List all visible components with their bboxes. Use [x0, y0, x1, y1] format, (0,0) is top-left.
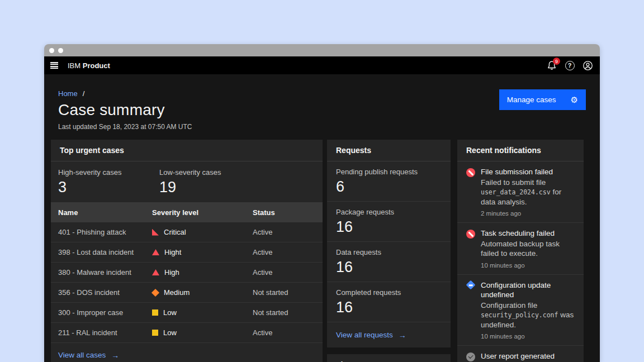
notification-title: User report generated — [481, 351, 575, 361]
notifications-button[interactable]: 9 — [543, 56, 561, 74]
case-name: 398 - Lost data incident — [51, 248, 152, 256]
page-header: Home / Case summary Last updated Sep 18,… — [51, 74, 593, 140]
recent-notifications-tile: Recent notifications File submission fai… — [457, 140, 584, 362]
view-all-requests-label: View all requests — [336, 331, 393, 339]
high-severity-icon — [152, 249, 159, 255]
request-stat: Pending publish requests 6 — [327, 161, 451, 202]
stat-label: Completed requests — [336, 288, 442, 297]
case-severity: Hight — [152, 248, 253, 256]
requests-title: Requests — [327, 140, 451, 161]
stat-value: 6 — [336, 177, 442, 196]
breadcrumb-separator: / — [83, 89, 85, 98]
hamburger-icon — [50, 62, 58, 69]
stat-value: 16 — [336, 258, 442, 277]
stat-high-severity: High-severity cases 3 — [58, 168, 159, 197]
browser-chrome-bar — [44, 44, 600, 56]
account-button[interactable] — [579, 56, 596, 74]
table-row: 380 - Malware incident High Active — [51, 263, 323, 283]
severity-label: Hight — [164, 248, 181, 256]
notification-time: 10 minutes ago — [481, 333, 575, 340]
case-severity: Critical — [152, 228, 253, 236]
column-header-severity: Severity level — [152, 208, 253, 217]
case-name: 211 - RAL incident — [51, 328, 152, 337]
table-row: 211 - RAL incident Low Active — [51, 323, 323, 343]
medium-severity-icon — [151, 288, 159, 296]
checkmark-icon — [466, 353, 475, 361]
table-row: 356 - DOS incident Medium Not started — [51, 283, 323, 303]
column-header-name: Name — [51, 208, 152, 217]
view-all-requests-block: View all requests → — [327, 322, 451, 347]
notification-time: 2 minutes ago — [481, 210, 575, 217]
stat-low-severity: Low-severity cases 19 — [159, 168, 261, 197]
last-updated-text: Last updated Sep 18, 2023 at 07:50 AM UT… — [58, 123, 586, 131]
severity-stats: High-severity cases 3 Low-severity cases… — [51, 161, 323, 202]
stat-label: Low-severity cases — [159, 168, 261, 177]
undefined-status-icon — [466, 280, 476, 290]
threat-score-tile: Threat score — [327, 354, 451, 362]
arrow-right-icon: → — [399, 331, 406, 340]
table-row: 398 - Lost data incident Hight Active — [51, 242, 323, 263]
view-all-cases-label: View all cases — [58, 351, 106, 359]
case-severity: High — [152, 268, 253, 277]
notification-item: Task scheduling failed Automated backup … — [457, 223, 584, 275]
page-content: Home / Case summary Last updated Sep 18,… — [44, 74, 600, 362]
manage-cases-button[interactable]: Manage cases ⚙ — [499, 89, 586, 110]
window-dot — [58, 48, 63, 53]
high-severity-icon — [152, 269, 159, 275]
table-row: 300 - Improper case Low Not started — [51, 303, 323, 323]
notification-badge: 9 — [553, 58, 560, 65]
view-all-requests-link[interactable]: View all requests → — [336, 331, 406, 340]
view-all-cases-link[interactable]: View all cases → — [58, 351, 119, 360]
notification-text: Configuration update undefined Configura… — [481, 280, 575, 340]
file-name: security_policy.conf — [481, 311, 558, 319]
app-header: IBM Product 9 ? — [44, 56, 600, 74]
case-name: 300 - Improper case — [51, 308, 152, 317]
critical-severity-icon — [152, 229, 159, 236]
user-avatar-icon — [583, 60, 593, 71]
table-row: 401 - Phishing attack Critical Active — [51, 222, 323, 242]
column-header-status: Status — [253, 208, 323, 217]
recent-notifications-title: Recent notifications — [457, 140, 584, 161]
manage-cases-label: Manage cases — [507, 96, 556, 104]
case-status: Active — [253, 228, 323, 236]
notification-title: Task scheduling failed — [481, 228, 575, 238]
request-stat: Completed requests 16 — [327, 282, 451, 322]
error-icon — [466, 168, 475, 177]
gear-icon: ⚙ — [571, 96, 578, 104]
brand-prefix: IBM — [68, 61, 80, 70]
case-status: Not started — [253, 288, 323, 297]
top-urgent-cases-title: Top urgent cases — [51, 140, 323, 161]
stat-label: Pending publish requests — [336, 168, 442, 176]
case-severity: Medium — [152, 288, 253, 297]
notification-description: Failed to submit file user_data_2024.csv… — [481, 178, 575, 207]
severity-label: Critical — [164, 228, 186, 236]
case-severity: Low — [152, 328, 253, 337]
notification-item: Configuration update undefined Configura… — [457, 275, 584, 346]
case-status: Active — [253, 248, 323, 256]
requests-tile: Requests Pending publish requests 6 Pack… — [327, 140, 451, 347]
case-severity: Low — [152, 308, 253, 317]
threat-score-title: Threat score — [327, 354, 451, 362]
breadcrumb-home-link[interactable]: Home — [58, 89, 78, 98]
notification-description: Automated backup task failed to execute. — [481, 239, 575, 259]
case-status: Active — [253, 328, 323, 337]
help-button[interactable]: ? — [561, 56, 579, 74]
notification-text: Task scheduling failed Automated backup … — [481, 228, 575, 269]
case-name: 401 - Phishing attack — [51, 228, 152, 236]
cases-table-header: Name Severity level Status — [51, 202, 323, 222]
severity-label: Low — [163, 328, 177, 337]
severity-label: Medium — [164, 288, 190, 297]
stat-label: Data requests — [336, 248, 442, 256]
notification-text: User report generated The User Access Re… — [481, 351, 575, 362]
notification-title: Configuration update undefined — [481, 280, 575, 299]
stat-value: 19 — [159, 178, 261, 197]
middle-column: Requests Pending publish requests 6 Pack… — [327, 140, 451, 362]
window-dot — [49, 48, 54, 53]
stat-value: 3 — [58, 178, 159, 197]
menu-button[interactable] — [44, 56, 68, 74]
case-name: 356 - DOS incident — [51, 288, 152, 297]
help-icon: ? — [565, 61, 575, 70]
brand: IBM Product — [68, 61, 110, 70]
arrow-right-icon: → — [111, 351, 119, 360]
request-stat: Data requests 16 — [327, 242, 451, 282]
